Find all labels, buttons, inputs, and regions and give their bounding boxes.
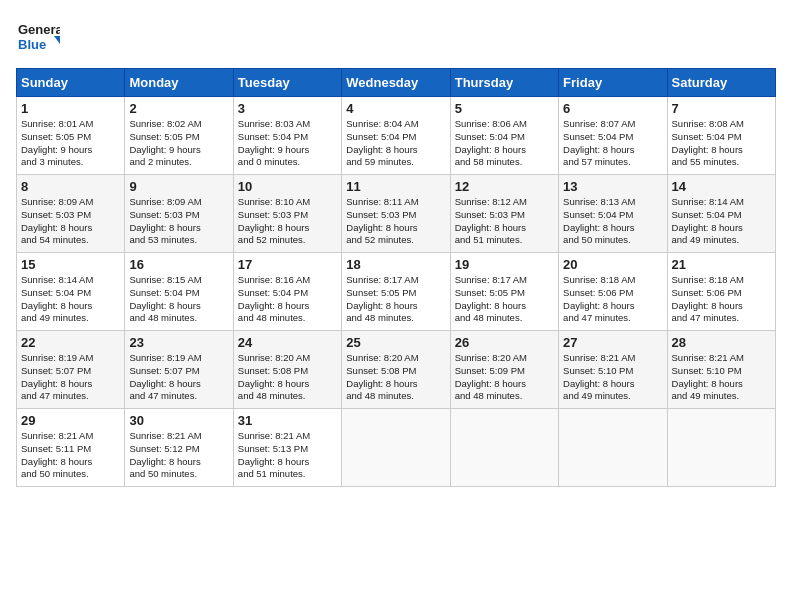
cell-info: Sunrise: 8:02 AM Sunset: 5:05 PM Dayligh… <box>129 118 228 169</box>
day-number: 8 <box>21 179 120 194</box>
cell-info: Sunrise: 8:07 AM Sunset: 5:04 PM Dayligh… <box>563 118 662 169</box>
day-number: 14 <box>672 179 771 194</box>
cell-info: Sunrise: 8:06 AM Sunset: 5:04 PM Dayligh… <box>455 118 554 169</box>
day-number: 28 <box>672 335 771 350</box>
day-number: 20 <box>563 257 662 272</box>
calendar-cell <box>342 409 450 487</box>
calendar-cell: 23Sunrise: 8:19 AM Sunset: 5:07 PM Dayli… <box>125 331 233 409</box>
col-header-sunday: Sunday <box>17 69 125 97</box>
day-number: 11 <box>346 179 445 194</box>
cell-info: Sunrise: 8:18 AM Sunset: 5:06 PM Dayligh… <box>672 274 771 325</box>
cell-info: Sunrise: 8:21 AM Sunset: 5:10 PM Dayligh… <box>563 352 662 403</box>
calendar-cell: 14Sunrise: 8:14 AM Sunset: 5:04 PM Dayli… <box>667 175 775 253</box>
calendar-cell: 19Sunrise: 8:17 AM Sunset: 5:05 PM Dayli… <box>450 253 558 331</box>
cell-info: Sunrise: 8:14 AM Sunset: 5:04 PM Dayligh… <box>21 274 120 325</box>
day-number: 17 <box>238 257 337 272</box>
day-number: 30 <box>129 413 228 428</box>
day-number: 6 <box>563 101 662 116</box>
day-number: 29 <box>21 413 120 428</box>
day-number: 16 <box>129 257 228 272</box>
cell-info: Sunrise: 8:19 AM Sunset: 5:07 PM Dayligh… <box>129 352 228 403</box>
calendar-cell: 20Sunrise: 8:18 AM Sunset: 5:06 PM Dayli… <box>559 253 667 331</box>
calendar-cell: 3Sunrise: 8:03 AM Sunset: 5:04 PM Daylig… <box>233 97 341 175</box>
calendar-cell: 28Sunrise: 8:21 AM Sunset: 5:10 PM Dayli… <box>667 331 775 409</box>
day-number: 19 <box>455 257 554 272</box>
calendar-cell: 6Sunrise: 8:07 AM Sunset: 5:04 PM Daylig… <box>559 97 667 175</box>
calendar-cell: 5Sunrise: 8:06 AM Sunset: 5:04 PM Daylig… <box>450 97 558 175</box>
cell-info: Sunrise: 8:09 AM Sunset: 5:03 PM Dayligh… <box>129 196 228 247</box>
calendar-cell: 1Sunrise: 8:01 AM Sunset: 5:05 PM Daylig… <box>17 97 125 175</box>
cell-info: Sunrise: 8:16 AM Sunset: 5:04 PM Dayligh… <box>238 274 337 325</box>
calendar-cell: 10Sunrise: 8:10 AM Sunset: 5:03 PM Dayli… <box>233 175 341 253</box>
col-header-tuesday: Tuesday <box>233 69 341 97</box>
cell-info: Sunrise: 8:17 AM Sunset: 5:05 PM Dayligh… <box>455 274 554 325</box>
cell-info: Sunrise: 8:10 AM Sunset: 5:03 PM Dayligh… <box>238 196 337 247</box>
col-header-thursday: Thursday <box>450 69 558 97</box>
col-header-saturday: Saturday <box>667 69 775 97</box>
cell-info: Sunrise: 8:11 AM Sunset: 5:03 PM Dayligh… <box>346 196 445 247</box>
cell-info: Sunrise: 8:09 AM Sunset: 5:03 PM Dayligh… <box>21 196 120 247</box>
day-number: 10 <box>238 179 337 194</box>
calendar-cell: 27Sunrise: 8:21 AM Sunset: 5:10 PM Dayli… <box>559 331 667 409</box>
calendar-cell <box>450 409 558 487</box>
day-number: 4 <box>346 101 445 116</box>
calendar-cell: 13Sunrise: 8:13 AM Sunset: 5:04 PM Dayli… <box>559 175 667 253</box>
day-number: 3 <box>238 101 337 116</box>
col-header-monday: Monday <box>125 69 233 97</box>
cell-info: Sunrise: 8:08 AM Sunset: 5:04 PM Dayligh… <box>672 118 771 169</box>
day-number: 24 <box>238 335 337 350</box>
cell-info: Sunrise: 8:21 AM Sunset: 5:12 PM Dayligh… <box>129 430 228 481</box>
calendar-cell: 15Sunrise: 8:14 AM Sunset: 5:04 PM Dayli… <box>17 253 125 331</box>
calendar-cell: 12Sunrise: 8:12 AM Sunset: 5:03 PM Dayli… <box>450 175 558 253</box>
day-number: 27 <box>563 335 662 350</box>
day-number: 25 <box>346 335 445 350</box>
calendar-cell: 4Sunrise: 8:04 AM Sunset: 5:04 PM Daylig… <box>342 97 450 175</box>
cell-info: Sunrise: 8:17 AM Sunset: 5:05 PM Dayligh… <box>346 274 445 325</box>
calendar-cell: 25Sunrise: 8:20 AM Sunset: 5:08 PM Dayli… <box>342 331 450 409</box>
cell-info: Sunrise: 8:15 AM Sunset: 5:04 PM Dayligh… <box>129 274 228 325</box>
calendar-cell: 2Sunrise: 8:02 AM Sunset: 5:05 PM Daylig… <box>125 97 233 175</box>
calendar-cell: 21Sunrise: 8:18 AM Sunset: 5:06 PM Dayli… <box>667 253 775 331</box>
calendar-container: General Blue SundayMondayTuesdayWednesda… <box>0 0 792 497</box>
cell-info: Sunrise: 8:19 AM Sunset: 5:07 PM Dayligh… <box>21 352 120 403</box>
calendar-cell: 30Sunrise: 8:21 AM Sunset: 5:12 PM Dayli… <box>125 409 233 487</box>
calendar-cell: 7Sunrise: 8:08 AM Sunset: 5:04 PM Daylig… <box>667 97 775 175</box>
cell-info: Sunrise: 8:14 AM Sunset: 5:04 PM Dayligh… <box>672 196 771 247</box>
cell-info: Sunrise: 8:18 AM Sunset: 5:06 PM Dayligh… <box>563 274 662 325</box>
day-number: 12 <box>455 179 554 194</box>
calendar-cell: 11Sunrise: 8:11 AM Sunset: 5:03 PM Dayli… <box>342 175 450 253</box>
cell-info: Sunrise: 8:12 AM Sunset: 5:03 PM Dayligh… <box>455 196 554 247</box>
header-row: General Blue <box>16 16 776 60</box>
day-number: 2 <box>129 101 228 116</box>
calendar-cell: 9Sunrise: 8:09 AM Sunset: 5:03 PM Daylig… <box>125 175 233 253</box>
cell-info: Sunrise: 8:20 AM Sunset: 5:08 PM Dayligh… <box>238 352 337 403</box>
calendar-table: SundayMondayTuesdayWednesdayThursdayFrid… <box>16 68 776 487</box>
calendar-cell: 26Sunrise: 8:20 AM Sunset: 5:09 PM Dayli… <box>450 331 558 409</box>
logo-svg: General Blue <box>16 16 60 60</box>
svg-marker-2 <box>54 36 60 44</box>
day-number: 5 <box>455 101 554 116</box>
day-number: 23 <box>129 335 228 350</box>
calendar-cell: 8Sunrise: 8:09 AM Sunset: 5:03 PM Daylig… <box>17 175 125 253</box>
calendar-cell: 18Sunrise: 8:17 AM Sunset: 5:05 PM Dayli… <box>342 253 450 331</box>
calendar-cell: 22Sunrise: 8:19 AM Sunset: 5:07 PM Dayli… <box>17 331 125 409</box>
cell-info: Sunrise: 8:21 AM Sunset: 5:13 PM Dayligh… <box>238 430 337 481</box>
calendar-cell <box>667 409 775 487</box>
calendar-cell: 31Sunrise: 8:21 AM Sunset: 5:13 PM Dayli… <box>233 409 341 487</box>
col-header-wednesday: Wednesday <box>342 69 450 97</box>
day-number: 31 <box>238 413 337 428</box>
calendar-cell: 16Sunrise: 8:15 AM Sunset: 5:04 PM Dayli… <box>125 253 233 331</box>
col-header-friday: Friday <box>559 69 667 97</box>
cell-info: Sunrise: 8:21 AM Sunset: 5:10 PM Dayligh… <box>672 352 771 403</box>
cell-info: Sunrise: 8:20 AM Sunset: 5:09 PM Dayligh… <box>455 352 554 403</box>
day-number: 1 <box>21 101 120 116</box>
logo: General Blue <box>16 16 60 60</box>
day-number: 21 <box>672 257 771 272</box>
svg-text:General: General <box>18 22 60 37</box>
cell-info: Sunrise: 8:13 AM Sunset: 5:04 PM Dayligh… <box>563 196 662 247</box>
cell-info: Sunrise: 8:03 AM Sunset: 5:04 PM Dayligh… <box>238 118 337 169</box>
day-number: 15 <box>21 257 120 272</box>
calendar-cell: 17Sunrise: 8:16 AM Sunset: 5:04 PM Dayli… <box>233 253 341 331</box>
calendar-cell: 29Sunrise: 8:21 AM Sunset: 5:11 PM Dayli… <box>17 409 125 487</box>
day-number: 26 <box>455 335 554 350</box>
